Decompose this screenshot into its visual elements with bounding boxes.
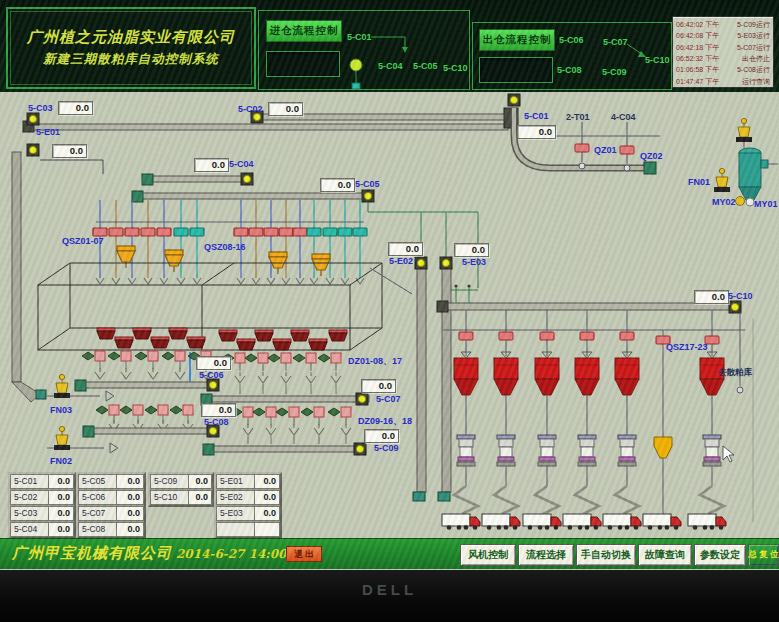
tag-5c04-label: 5-C04 [229,160,254,169]
tag-5c03-value: 0.0 [58,101,93,115]
scada-screen: 广州植之元油脂实业有限公司 新建三期散粕库自动控制系统 进仓流程控制 5-C01… [0,0,779,570]
tag-qsz01-07-label: QSZ01-07 [62,237,104,246]
footer-company: 广州甲宝机械有限公司 [12,544,172,563]
tag-5c06-label: 5-C06 [199,371,224,380]
tag-5c02-label: 5-C02 [238,105,263,114]
table-row: 5-E030.0 [216,506,280,521]
tag-5c01-label: 5-C01 [524,112,549,121]
table-row-empty [216,522,280,537]
monitor: 广州植之元油脂实业有限公司 新建三期散粕库自动控制系统 进仓流程控制 5-C01… [0,0,779,622]
fault-query-button[interactable]: 故障查询 [638,544,692,566]
tag-5c10-label: 5-C10 [728,292,753,301]
table-cell-label: 5-C06 [78,490,117,505]
tag-5c10-value: 0.0 [694,290,729,304]
tag-fn03-label: FN03 [50,406,72,415]
table-cell-label: 5-E03 [216,506,255,521]
tag-5e03-value: 0.0 [454,243,489,257]
tag-5e02-value: 0.0 [388,242,423,256]
tag-5e03-label: 5-E03 [462,258,486,267]
tag-my02-label: MY02 [712,198,736,207]
exit-button[interactable]: 退 出 [286,546,322,562]
table-cell-value: 0.0 [49,490,74,505]
table-cell-value: 0.0 [117,490,144,505]
table-cell-value: 0.0 [255,490,280,505]
table-row: 5-C030.0 [10,506,74,521]
table-cell-value: 0.0 [189,490,212,505]
total-reset-button[interactable]: 总 复 位 [748,544,779,566]
table-cell-label: 5-E01 [216,474,255,489]
table-row: 5-C080.0 [78,522,144,537]
tag-dz09-16-label: DZ09-16、18 [358,417,412,426]
inbound-flow-panel: 进仓流程控制 5-C01 5-C04 5-C05 5-C10 [258,10,470,90]
fan-control-button[interactable]: 风机控制 [460,544,516,566]
table-cell-value [255,522,280,537]
table-cell-label: 5-C05 [78,474,117,489]
table-row: 5-C050.0 [78,474,144,489]
process-select-button[interactable]: 流程选择 [518,544,574,566]
tag-5c03-label: 5-C03 [28,104,53,113]
table-cell-value: 0.0 [117,474,144,489]
tag-5c09-label: 5-C09 [374,444,399,453]
tag-5c05-value: 0.0 [320,178,355,192]
tag-5c08-label: 5-C08 [204,418,229,427]
parameter-setting-button[interactable]: 参数设定 [694,544,746,566]
mouse-cursor [723,446,734,462]
table-cell-value: 0.0 [49,506,74,521]
tag-fn01-label: FN01 [688,178,710,187]
outbound-connectors [473,23,671,89]
table-cell-value: 0.0 [49,522,74,537]
tag-5e02-label: 5-E02 [389,257,413,266]
tag-qsz17-23-label: QSZ17-23 [666,343,708,352]
table-cell-value: 0.0 [189,474,212,489]
tag-5c01-value: 0.0 [517,125,556,139]
table-row: 5-E020.0 [216,490,280,505]
loading-chutes [454,486,724,514]
tag-5e01-value: 0.0 [52,144,87,158]
manual-auto-switch-button[interactable]: 手自动切换 [576,544,636,566]
tag-5c02-value: 0.0 [268,102,303,116]
tag-my01-label: MY01 [754,200,778,209]
table-cell-label: 5-C10 [150,490,189,505]
tag-5c05-label: 5-C05 [355,180,380,189]
tag-5c07-label: 5-C07 [376,395,401,404]
tag-5c04-value: 0.0 [194,158,229,172]
packers [457,395,721,486]
footer-bar: 广州甲宝机械有限公司 2014-6-27 14:00:57 退 出 风机控制 流… [0,538,779,569]
tag-4c04-label: 4-C04 [611,113,636,122]
table-row: 5-C060.0 [78,490,144,505]
tag-5c09-value: 0.0 [364,429,399,443]
table-row: 5-C090.0 [150,474,212,489]
outbound-flow-panel: 出仓流程控制 5-C06 5-C07 5-C10 5-C08 5-C09 [472,22,672,90]
table-row: 5-C100.0 [150,490,212,505]
table-cell-value: 0.0 [49,474,74,489]
tag-fn02-label: FN02 [50,457,72,466]
table-cell-label: 5-C02 [10,490,49,505]
table-cell-label [216,522,255,537]
dell-logo: DELL [0,581,779,598]
table-cell-value: 0.0 [117,522,144,537]
tag-5e01-label: 5-E01 [36,128,60,137]
table-cell-label: 5-C07 [78,506,117,521]
speed-table-group-3: 5-C090.0 5-C100.0 [148,472,214,507]
table-cell-value: 0.0 [255,506,280,521]
monitor-bezel: DELL [0,570,779,622]
tag-qsz08-16-label: QSZ08-16 [204,243,246,252]
inbound-connectors [259,11,469,89]
tag-destination-label: 去散粕库 [718,368,752,377]
table-row: 5-C010.0 [10,474,74,489]
table-row: 5-C070.0 [78,506,144,521]
table-cell-value: 0.0 [117,506,144,521]
table-cell-label: 5-E02 [216,490,255,505]
tag-5c06-value: 0.0 [196,356,231,370]
tag-dz01-08-label: DZ01-08、17 [348,357,402,366]
table-cell-label: 5-C03 [10,506,49,521]
table-row: 5-C020.0 [10,490,74,505]
tag-qz02-label: QZ02 [640,152,663,161]
speed-table-group-4: 5-E010.0 5-E020.0 5-E030.0 [214,472,282,539]
trucks [442,514,726,530]
speed-table-group-1: 5-C010.0 5-C020.0 5-C030.0 5-C040.0 [8,472,76,539]
table-row: 5-C040.0 [10,522,74,537]
table-cell-label: 5-C08 [78,522,117,537]
table-cell-label: 5-C01 [10,474,49,489]
tag-5c08-value: 0.0 [201,403,236,417]
